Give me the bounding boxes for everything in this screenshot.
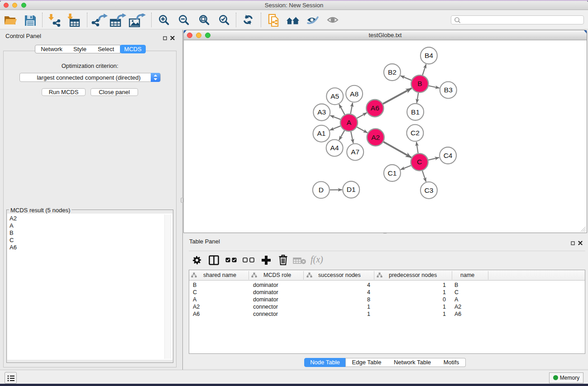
svg-text:C2: C2	[411, 129, 420, 137]
svg-text:C: C	[417, 158, 422, 166]
svg-text:B4: B4	[425, 52, 433, 59]
svg-text:A8: A8	[350, 90, 359, 98]
svg-text:B3: B3	[444, 86, 453, 94]
svg-text:A1: A1	[317, 129, 326, 137]
svg-text:A7: A7	[351, 148, 359, 156]
svg-text:A4: A4	[330, 144, 339, 152]
svg-text:A5: A5	[330, 92, 339, 100]
svg-text:A: A	[347, 119, 352, 126]
svg-text:C3: C3	[424, 186, 433, 194]
svg-text:A2: A2	[371, 133, 380, 141]
svg-text:B2: B2	[388, 68, 397, 76]
svg-text:A6: A6	[371, 104, 379, 112]
svg-text:B1: B1	[411, 108, 420, 116]
svg-text:C4: C4	[444, 152, 453, 159]
svg-text:A3: A3	[317, 108, 326, 116]
svg-text:D: D	[319, 186, 324, 194]
svg-text:C1: C1	[387, 169, 397, 177]
svg-text:B: B	[417, 80, 422, 87]
svg-text:D1: D1	[347, 186, 356, 193]
